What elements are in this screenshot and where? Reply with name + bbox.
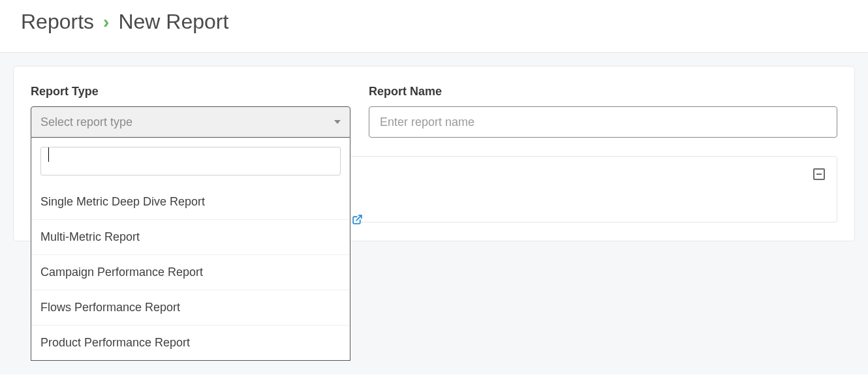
page-body: Report Type Select report type [0,52,868,374]
minus-icon [816,174,822,175]
dropdown-options-list: Single Metric Deep Dive Report Multi-Met… [31,185,350,360]
dropdown-option[interactable]: Flows Performance Report [31,290,350,325]
breadcrumb: Reports › New Report [21,10,847,34]
text-cursor-icon [48,147,49,162]
form-row: Report Type Select report type [31,85,837,138]
report-type-dropdown: Single Metric Deep Dive Report Multi-Met… [31,138,350,361]
dropdown-option[interactable]: Product Performance Report [31,325,350,360]
breadcrumb-current: New Report [118,10,228,34]
dropdown-search-input[interactable] [40,147,341,175]
svg-line-0 [356,215,362,221]
report-type-select[interactable]: Select report type Single Metric Deep Di… [31,106,350,138]
dropdown-option[interactable]: Single Metric Deep Dive Report [31,185,350,219]
report-type-label: Report Type [31,85,350,99]
report-type-column: Report Type Select report type [31,85,350,138]
new-report-card: Report Type Select report type [13,66,855,241]
report-type-select-display[interactable]: Select report type [31,106,350,138]
report-name-label: Report Name [369,85,837,99]
dropdown-search-wrap [31,138,350,185]
external-link-icon [352,214,363,228]
report-name-input[interactable] [369,106,837,138]
chevron-right-icon: › [103,12,109,33]
dropdown-option[interactable]: Campaign Performance Report [31,254,350,290]
report-type-placeholder: Select report type [40,115,132,129]
caret-down-icon [334,120,341,124]
breadcrumb-root-link[interactable]: Reports [21,10,94,34]
page-header: Reports › New Report [0,0,868,52]
collapse-icon[interactable] [813,168,825,180]
dropdown-option[interactable]: Multi-Metric Report [31,219,350,254]
report-name-column: Report Name [369,85,837,138]
